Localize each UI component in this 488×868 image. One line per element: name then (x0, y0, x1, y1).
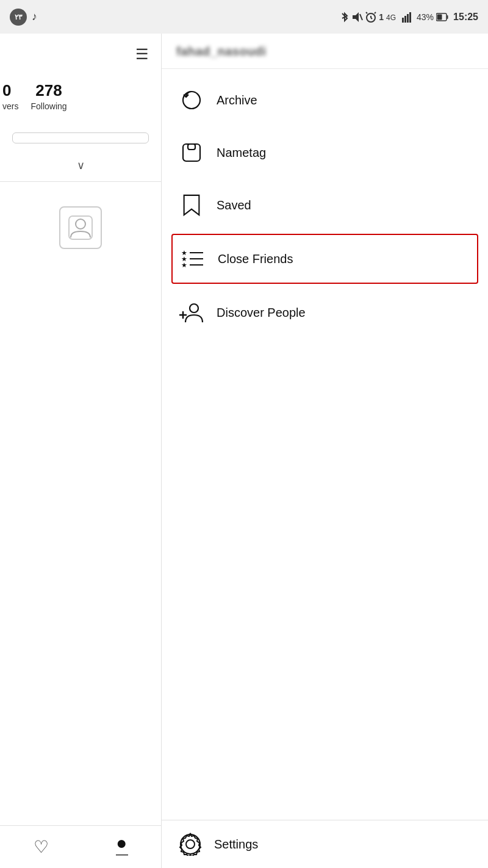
nametag-label: Nametag (217, 146, 266, 160)
svg-text:4G: 4G (386, 13, 396, 22)
time-display: 15:25 (453, 12, 478, 23)
svg-rect-10 (407, 14, 409, 23)
edit-profile-area (0, 123, 161, 150)
battery-percentage: 43% (417, 12, 434, 22)
status-bar: ٢٣ ♪ 1 4G 43 (0, 0, 488, 34)
svg-rect-13 (447, 15, 448, 19)
saved-icon (179, 192, 204, 218)
hamburger-menu-icon[interactable]: ☰ (135, 46, 149, 63)
status-right: 1 4G 43% 15:25 (340, 11, 478, 23)
drawer-menu: Archive Nametag Saved (162, 69, 488, 868)
svg-line-6 (375, 12, 376, 13)
bottom-navigation: ♡ ●— (0, 825, 162, 868)
svg-point-28 (186, 840, 195, 848)
nametag-icon (179, 140, 204, 165)
svg-marker-0 (353, 12, 359, 22)
heart-icon[interactable]: ♡ (34, 837, 49, 857)
discover-people-icon (179, 300, 204, 325)
svg-point-15 (76, 219, 85, 229)
svg-rect-17 (183, 144, 200, 161)
menu-item-close-friends[interactable]: ★ ★ ★ Close Friends (171, 234, 478, 284)
settings-icon (179, 833, 202, 856)
svg-point-25 (190, 304, 198, 313)
photo-placeholder (0, 182, 161, 273)
discover-people-label: Discover People (217, 306, 306, 320)
following-label: Following (30, 101, 66, 111)
menu-item-archive[interactable]: Archive (162, 74, 488, 126)
settings-label: Settings (214, 837, 258, 852)
right-panel: fahad_nasoudi Archive (162, 34, 488, 868)
svg-line-5 (366, 12, 367, 13)
menu-item-discover-people[interactable]: Discover People (162, 286, 488, 339)
signal-bars-icon (402, 12, 414, 23)
archive-label: Archive (217, 93, 257, 107)
svg-line-1 (360, 14, 362, 20)
svg-rect-14 (437, 14, 442, 20)
music-icon: ♪ (32, 10, 37, 23)
svg-line-4 (371, 18, 372, 19)
profile-icon[interactable]: ●— (116, 833, 128, 861)
battery-icon (436, 13, 448, 21)
settings-bar[interactable]: Settings (162, 820, 488, 868)
network-icon: 4G (386, 12, 400, 23)
svg-rect-9 (404, 16, 406, 23)
status-left: ٢٣ ♪ (10, 9, 37, 26)
chevron-down-icon[interactable]: ∨ (77, 159, 85, 172)
archive-icon (179, 87, 204, 113)
username-header: fahad_nasoudi (162, 34, 488, 69)
followers-label: vers (2, 101, 18, 111)
hamburger-area: ☰ (0, 34, 161, 75)
svg-text:★: ★ (181, 261, 187, 269)
chevron-area: ∨ (0, 150, 161, 181)
status-circle-icon: ٢٣ (10, 9, 27, 26)
photo-icon (59, 206, 102, 249)
svg-rect-11 (409, 12, 411, 23)
mute-icon (352, 11, 363, 23)
menu-item-nametag[interactable]: Nametag (162, 126, 488, 179)
username-display: fahad_nasoudi (176, 45, 267, 58)
close-friends-icon: ★ ★ ★ (180, 246, 206, 272)
followers-stat: 0 vers (0, 81, 18, 111)
following-count: 278 (35, 81, 62, 100)
followers-count: 0 (2, 81, 11, 100)
svg-point-29 (181, 834, 200, 854)
svg-rect-18 (188, 144, 195, 150)
notification-badge: 1 (379, 12, 384, 22)
main-layout: ☰ 0 vers 278 Following ∨ (0, 34, 488, 868)
menu-item-saved[interactable]: Saved (162, 179, 488, 231)
left-panel: ☰ 0 vers 278 Following ∨ (0, 34, 162, 868)
saved-label: Saved (217, 198, 251, 212)
alarm-icon (365, 11, 376, 23)
close-friends-label: Close Friends (218, 252, 293, 266)
edit-profile-button[interactable] (12, 132, 149, 143)
svg-rect-8 (402, 18, 404, 23)
bluetooth-icon (340, 11, 350, 23)
following-stat: 278 Following (30, 81, 66, 111)
